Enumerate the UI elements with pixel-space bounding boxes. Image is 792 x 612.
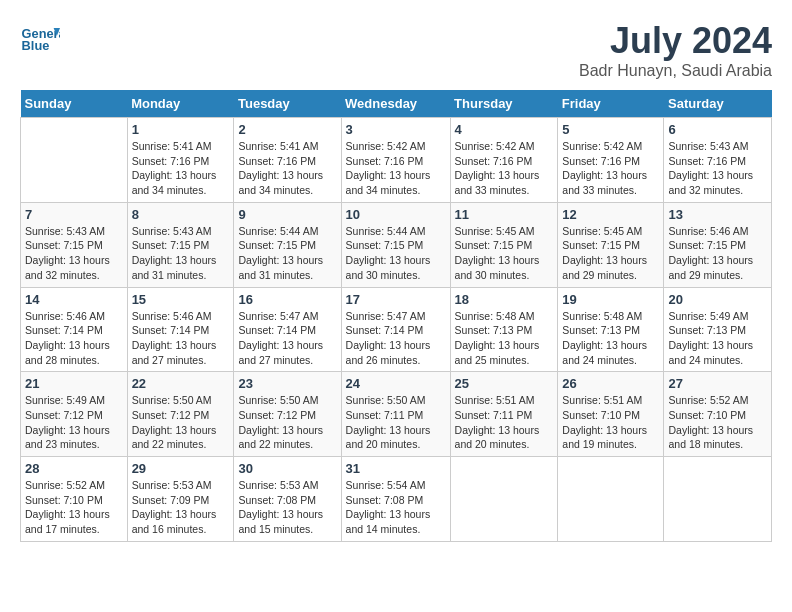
calendar-week-1: 7Sunrise: 5:43 AMSunset: 7:15 PMDaylight… (21, 202, 772, 287)
day-info: Sunrise: 5:44 AMSunset: 7:15 PMDaylight:… (346, 224, 446, 283)
calendar-cell: 8Sunrise: 5:43 AMSunset: 7:15 PMDaylight… (127, 202, 234, 287)
calendar-cell: 31Sunrise: 5:54 AMSunset: 7:08 PMDayligh… (341, 457, 450, 542)
day-info: Sunrise: 5:42 AMSunset: 7:16 PMDaylight:… (562, 139, 659, 198)
subtitle: Badr Hunayn, Saudi Arabia (579, 62, 772, 80)
calendar-cell (21, 118, 128, 203)
calendar-cell: 18Sunrise: 5:48 AMSunset: 7:13 PMDayligh… (450, 287, 558, 372)
day-number: 22 (132, 376, 230, 391)
day-info: Sunrise: 5:50 AMSunset: 7:11 PMDaylight:… (346, 393, 446, 452)
day-info: Sunrise: 5:43 AMSunset: 7:16 PMDaylight:… (668, 139, 767, 198)
day-info: Sunrise: 5:48 AMSunset: 7:13 PMDaylight:… (455, 309, 554, 368)
day-info: Sunrise: 5:52 AMSunset: 7:10 PMDaylight:… (25, 478, 123, 537)
day-number: 12 (562, 207, 659, 222)
day-info: Sunrise: 5:47 AMSunset: 7:14 PMDaylight:… (346, 309, 446, 368)
calendar-cell (558, 457, 664, 542)
day-number: 19 (562, 292, 659, 307)
day-number: 1 (132, 122, 230, 137)
day-number: 30 (238, 461, 336, 476)
day-number: 20 (668, 292, 767, 307)
calendar-cell: 22Sunrise: 5:50 AMSunset: 7:12 PMDayligh… (127, 372, 234, 457)
header-tuesday: Tuesday (234, 90, 341, 118)
logo-icon: General Blue (20, 20, 60, 60)
day-number: 3 (346, 122, 446, 137)
day-info: Sunrise: 5:51 AMSunset: 7:10 PMDaylight:… (562, 393, 659, 452)
header-thursday: Thursday (450, 90, 558, 118)
day-info: Sunrise: 5:46 AMSunset: 7:14 PMDaylight:… (25, 309, 123, 368)
day-info: Sunrise: 5:42 AMSunset: 7:16 PMDaylight:… (346, 139, 446, 198)
calendar-cell: 25Sunrise: 5:51 AMSunset: 7:11 PMDayligh… (450, 372, 558, 457)
day-number: 14 (25, 292, 123, 307)
day-number: 24 (346, 376, 446, 391)
calendar-cell: 29Sunrise: 5:53 AMSunset: 7:09 PMDayligh… (127, 457, 234, 542)
day-number: 23 (238, 376, 336, 391)
calendar-cell: 4Sunrise: 5:42 AMSunset: 7:16 PMDaylight… (450, 118, 558, 203)
calendar-cell: 12Sunrise: 5:45 AMSunset: 7:15 PMDayligh… (558, 202, 664, 287)
header-wednesday: Wednesday (341, 90, 450, 118)
header-saturday: Saturday (664, 90, 772, 118)
day-number: 7 (25, 207, 123, 222)
day-info: Sunrise: 5:53 AMSunset: 7:09 PMDaylight:… (132, 478, 230, 537)
day-info: Sunrise: 5:47 AMSunset: 7:14 PMDaylight:… (238, 309, 336, 368)
calendar-cell: 10Sunrise: 5:44 AMSunset: 7:15 PMDayligh… (341, 202, 450, 287)
day-info: Sunrise: 5:51 AMSunset: 7:11 PMDaylight:… (455, 393, 554, 452)
day-number: 6 (668, 122, 767, 137)
day-info: Sunrise: 5:49 AMSunset: 7:12 PMDaylight:… (25, 393, 123, 452)
calendar-cell: 21Sunrise: 5:49 AMSunset: 7:12 PMDayligh… (21, 372, 128, 457)
day-info: Sunrise: 5:46 AMSunset: 7:15 PMDaylight:… (668, 224, 767, 283)
logo: General Blue (20, 20, 62, 60)
day-number: 29 (132, 461, 230, 476)
calendar-cell: 19Sunrise: 5:48 AMSunset: 7:13 PMDayligh… (558, 287, 664, 372)
calendar-week-3: 21Sunrise: 5:49 AMSunset: 7:12 PMDayligh… (21, 372, 772, 457)
title-area: July 2024 Badr Hunayn, Saudi Arabia (579, 20, 772, 80)
calendar-cell: 5Sunrise: 5:42 AMSunset: 7:16 PMDaylight… (558, 118, 664, 203)
calendar-cell: 26Sunrise: 5:51 AMSunset: 7:10 PMDayligh… (558, 372, 664, 457)
day-info: Sunrise: 5:45 AMSunset: 7:15 PMDaylight:… (455, 224, 554, 283)
day-number: 25 (455, 376, 554, 391)
header: General Blue July 2024 Badr Hunayn, Saud… (20, 20, 772, 80)
weekday-header-row: Sunday Monday Tuesday Wednesday Thursday… (21, 90, 772, 118)
day-number: 10 (346, 207, 446, 222)
header-sunday: Sunday (21, 90, 128, 118)
day-info: Sunrise: 5:42 AMSunset: 7:16 PMDaylight:… (455, 139, 554, 198)
day-number: 17 (346, 292, 446, 307)
day-number: 27 (668, 376, 767, 391)
day-info: Sunrise: 5:54 AMSunset: 7:08 PMDaylight:… (346, 478, 446, 537)
day-number: 26 (562, 376, 659, 391)
day-info: Sunrise: 5:52 AMSunset: 7:10 PMDaylight:… (668, 393, 767, 452)
day-info: Sunrise: 5:43 AMSunset: 7:15 PMDaylight:… (25, 224, 123, 283)
day-number: 4 (455, 122, 554, 137)
calendar-cell: 14Sunrise: 5:46 AMSunset: 7:14 PMDayligh… (21, 287, 128, 372)
day-number: 21 (25, 376, 123, 391)
calendar-cell (450, 457, 558, 542)
main-title: July 2024 (579, 20, 772, 62)
day-info: Sunrise: 5:48 AMSunset: 7:13 PMDaylight:… (562, 309, 659, 368)
calendar-cell: 1Sunrise: 5:41 AMSunset: 7:16 PMDaylight… (127, 118, 234, 203)
day-info: Sunrise: 5:46 AMSunset: 7:14 PMDaylight:… (132, 309, 230, 368)
calendar-cell: 15Sunrise: 5:46 AMSunset: 7:14 PMDayligh… (127, 287, 234, 372)
day-number: 16 (238, 292, 336, 307)
calendar-table: Sunday Monday Tuesday Wednesday Thursday… (20, 90, 772, 542)
calendar-cell: 23Sunrise: 5:50 AMSunset: 7:12 PMDayligh… (234, 372, 341, 457)
day-info: Sunrise: 5:43 AMSunset: 7:15 PMDaylight:… (132, 224, 230, 283)
calendar-cell: 20Sunrise: 5:49 AMSunset: 7:13 PMDayligh… (664, 287, 772, 372)
day-number: 9 (238, 207, 336, 222)
calendar-week-4: 28Sunrise: 5:52 AMSunset: 7:10 PMDayligh… (21, 457, 772, 542)
day-info: Sunrise: 5:49 AMSunset: 7:13 PMDaylight:… (668, 309, 767, 368)
calendar-cell: 6Sunrise: 5:43 AMSunset: 7:16 PMDaylight… (664, 118, 772, 203)
calendar-week-0: 1Sunrise: 5:41 AMSunset: 7:16 PMDaylight… (21, 118, 772, 203)
day-number: 2 (238, 122, 336, 137)
day-number: 13 (668, 207, 767, 222)
day-info: Sunrise: 5:53 AMSunset: 7:08 PMDaylight:… (238, 478, 336, 537)
calendar-cell (664, 457, 772, 542)
svg-text:Blue: Blue (22, 38, 50, 53)
header-friday: Friday (558, 90, 664, 118)
day-info: Sunrise: 5:50 AMSunset: 7:12 PMDaylight:… (132, 393, 230, 452)
calendar-cell: 16Sunrise: 5:47 AMSunset: 7:14 PMDayligh… (234, 287, 341, 372)
day-number: 28 (25, 461, 123, 476)
day-info: Sunrise: 5:41 AMSunset: 7:16 PMDaylight:… (132, 139, 230, 198)
calendar-cell: 24Sunrise: 5:50 AMSunset: 7:11 PMDayligh… (341, 372, 450, 457)
day-number: 11 (455, 207, 554, 222)
calendar-cell: 13Sunrise: 5:46 AMSunset: 7:15 PMDayligh… (664, 202, 772, 287)
calendar-cell: 11Sunrise: 5:45 AMSunset: 7:15 PMDayligh… (450, 202, 558, 287)
header-monday: Monday (127, 90, 234, 118)
